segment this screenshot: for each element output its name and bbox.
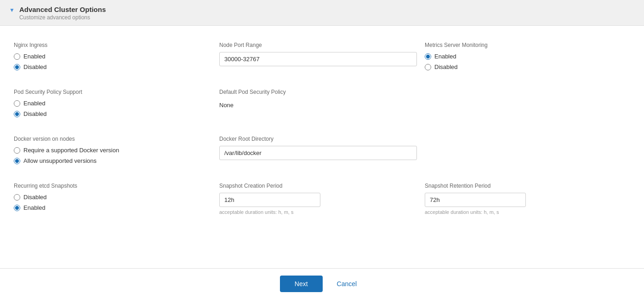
etcd-disabled-radio-label: Disabled: [23, 194, 47, 201]
etcd-enabled-radio[interactable]: [14, 205, 20, 211]
psp-disabled-radio-label: Disabled: [23, 110, 47, 117]
panel-content: Nginx Ingress Enabled Disabled Node Port…: [0, 26, 644, 268]
recurring-etcd-section: Recurring etcd Snapshots Disabled Enable…: [14, 178, 219, 224]
docker-supported-radio[interactable]: [14, 147, 20, 154]
docker-root-input[interactable]: [219, 146, 417, 160]
snapshot-retention-input[interactable]: [425, 193, 526, 207]
panel-subtitle: Customize advanced options: [19, 14, 106, 21]
metrics-disabled-radio[interactable]: [425, 64, 431, 70]
metrics-server-radio-group: Enabled Disabled: [425, 53, 630, 70]
nginx-disabled-option[interactable]: Disabled: [14, 63, 219, 70]
nginx-enabled-radio[interactable]: [14, 53, 20, 60]
pod-security-policy-label: Pod Security Policy Support: [14, 89, 219, 95]
nginx-ingress-section: Nginx Ingress Enabled Disabled: [14, 37, 219, 80]
docker-supported-radio-label: Require a supported Docker version: [23, 147, 119, 154]
nginx-disabled-radio[interactable]: [14, 64, 20, 70]
docker-unsupported-radio[interactable]: [14, 158, 20, 164]
default-pod-security-section: Default Pod Security Policy None: [219, 84, 425, 126]
metrics-disabled-radio-label: Disabled: [434, 63, 458, 70]
snapshot-creation-section: Snapshot Creation Period acceptable dura…: [219, 178, 425, 224]
psp-disabled-option[interactable]: Disabled: [14, 110, 219, 117]
psp-enabled-radio[interactable]: [14, 100, 20, 107]
etcd-disabled-option[interactable]: Disabled: [14, 194, 219, 201]
docker-unsupported-radio-label: Allow unsupported versions: [23, 157, 97, 164]
snapshot-retention-hint: acceptable duration units: h, m, s: [425, 209, 630, 215]
row-2-col3-empty: [425, 84, 630, 126]
metrics-disabled-option[interactable]: Disabled: [425, 63, 630, 70]
nginx-enabled-option[interactable]: Enabled: [14, 53, 219, 60]
chevron-down-icon: ▼: [9, 7, 15, 13]
docker-root-label: Docker Root Directory: [219, 136, 425, 142]
docker-supported-option[interactable]: Require a supported Docker version: [14, 147, 219, 154]
row-3: Docker version on nodes Require a suppor…: [14, 129, 630, 176]
etcd-radio-group: Disabled Enabled: [14, 194, 219, 211]
row-1: Nginx Ingress Enabled Disabled Node Port…: [14, 35, 630, 82]
psp-radio-group: Enabled Disabled: [14, 100, 219, 117]
docker-unsupported-option[interactable]: Allow unsupported versions: [14, 157, 219, 164]
snapshot-creation-label: Snapshot Creation Period: [219, 183, 425, 189]
metrics-enabled-radio[interactable]: [425, 53, 431, 60]
etcd-enabled-radio-label: Enabled: [23, 204, 46, 211]
etcd-enabled-option[interactable]: Enabled: [14, 204, 219, 211]
row-4: Recurring etcd Snapshots Disabled Enable…: [14, 176, 630, 226]
etcd-disabled-radio[interactable]: [14, 194, 20, 201]
next-button[interactable]: Next: [280, 276, 323, 292]
default-pod-security-label: Default Pod Security Policy: [219, 89, 425, 95]
docker-version-radio-group: Require a supported Docker version Allow…: [14, 147, 219, 164]
metrics-enabled-option[interactable]: Enabled: [425, 53, 630, 60]
recurring-etcd-label: Recurring etcd Snapshots: [14, 183, 219, 189]
snapshot-creation-input[interactable]: [219, 193, 320, 207]
psp-disabled-radio[interactable]: [14, 111, 20, 117]
node-port-range-input[interactable]: [219, 52, 417, 66]
metrics-server-section: Metrics Server Monitoring Enabled Disabl…: [425, 37, 630, 80]
panel-title-group: Advanced Cluster Options Customize advan…: [19, 6, 106, 21]
psp-enabled-option[interactable]: Enabled: [14, 100, 219, 107]
panel-title: Advanced Cluster Options: [19, 6, 106, 13]
panel-footer: Next Cancel: [0, 268, 644, 299]
nginx-ingress-label: Nginx Ingress: [14, 42, 219, 48]
pod-security-policy-section: Pod Security Policy Support Enabled Disa…: [14, 84, 219, 126]
docker-version-label: Docker version on nodes: [14, 136, 219, 142]
cancel-button[interactable]: Cancel: [330, 276, 365, 292]
docker-version-section: Docker version on nodes Require a suppor…: [14, 131, 219, 173]
page-wrapper: ▼ Advanced Cluster Options Customize adv…: [0, 0, 644, 299]
node-port-range-section: Node Port Range: [219, 37, 425, 80]
nginx-enabled-radio-label: Enabled: [23, 53, 46, 60]
node-port-range-label: Node Port Range: [219, 42, 425, 48]
psp-enabled-radio-label: Enabled: [23, 100, 46, 107]
nginx-ingress-radio-group: Enabled Disabled: [14, 53, 219, 70]
snapshot-creation-hint: acceptable duration units: h, m, s: [219, 209, 425, 215]
default-pod-security-value: None: [219, 99, 425, 111]
row-3-col3-empty: [425, 131, 630, 173]
snapshot-retention-label: Snapshot Retention Period: [425, 183, 630, 189]
nginx-disabled-radio-label: Disabled: [23, 63, 47, 70]
metrics-server-label: Metrics Server Monitoring: [425, 42, 630, 48]
snapshot-retention-section: Snapshot Retention Period acceptable dur…: [425, 178, 630, 224]
panel-header: ▼ Advanced Cluster Options Customize adv…: [0, 0, 644, 26]
metrics-enabled-radio-label: Enabled: [434, 53, 456, 60]
row-2: Pod Security Policy Support Enabled Disa…: [14, 82, 630, 129]
docker-root-section: Docker Root Directory: [219, 131, 425, 173]
